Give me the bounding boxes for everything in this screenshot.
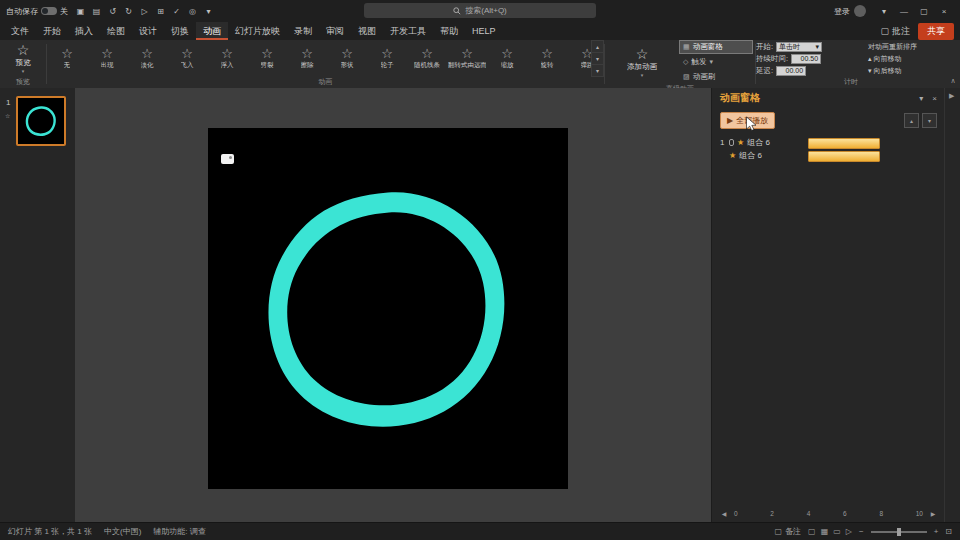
timeline-left-icon[interactable]: ◀ (718, 510, 730, 517)
animation-effect[interactable]: ☆ 飞入 (167, 47, 207, 70)
reading-view-icon[interactable]: ▭ (833, 527, 841, 536)
animation-effect[interactable]: ☆ 擦除 (287, 47, 327, 70)
gallery-scroll-up-icon[interactable]: ▴ (591, 40, 604, 52)
comments-button[interactable]: ▢ 批注 (880, 25, 910, 38)
language-status[interactable]: 中文(中国) (104, 526, 141, 537)
delay-input[interactable]: 00.00 (776, 66, 806, 76)
collapse-ribbon-icon[interactable]: ∧ (950, 77, 955, 85)
zoom-slider-thumb[interactable] (897, 528, 901, 536)
save-icon[interactable]: ▣ (74, 4, 87, 18)
ribbon-tab[interactable]: 设计 (132, 22, 164, 40)
animation-painter-button[interactable]: ▨ 动画刷 (679, 70, 753, 84)
animation-effect[interactable]: ☆ 翻转式由远而近 (447, 47, 487, 70)
animation-effect[interactable]: ☆ 轮子 (367, 47, 407, 70)
animation-effect[interactable]: ☆ 旋转 (527, 47, 567, 70)
account-button[interactable]: 登录 (834, 5, 866, 17)
minimize-icon[interactable]: — (894, 0, 914, 22)
animation-effect[interactable]: ☆ 淡化 (127, 47, 167, 70)
ribbon-tab[interactable]: 开始 (36, 22, 68, 40)
animation-timing-bar[interactable] (808, 138, 880, 149)
teal-ring-shape[interactable] (208, 128, 568, 489)
ribbon-tab[interactable]: HELP (465, 22, 503, 40)
animation-effect[interactable]: ☆ 浮入 (207, 47, 247, 70)
ribbon-tab[interactable]: 录制 (287, 22, 319, 40)
zoom-out-button[interactable]: − (859, 527, 864, 536)
ribbon-tab[interactable]: 开发工具 (383, 22, 433, 40)
animation-effect[interactable]: ☆ 出现 (87, 47, 127, 70)
animation-pane-item[interactable]: 1 ★ 组合 6 (712, 136, 945, 149)
ribbon-tab[interactable]: 切换 (164, 22, 196, 40)
ribbon-tab[interactable]: 插入 (68, 22, 100, 40)
slide-picture-icon[interactable] (221, 154, 234, 164)
duration-value: 00.50 (801, 55, 819, 62)
customize-qat-icon[interactable]: ▾ (202, 4, 215, 18)
maximize-icon[interactable]: ▢ (914, 0, 934, 22)
touch-mode-icon[interactable]: ◎ (186, 4, 199, 18)
add-animation-button[interactable]: ☆ 添加动画 ▾ (605, 40, 679, 84)
ribbon-tab[interactable]: 绘图 (100, 22, 132, 40)
reorder-down-button[interactable]: ▾ (922, 113, 937, 128)
ribbon-tab[interactable]: 文件 (4, 22, 36, 40)
reorder-up-button[interactable]: ▴ (904, 113, 919, 128)
account-label: 登录 (834, 6, 850, 17)
autosave-toggle[interactable]: 自动保存 关 (6, 6, 68, 17)
animation-pane-item[interactable]: ★ 组合 6 (712, 149, 945, 162)
animation-effect[interactable]: ☆ 随机线条 (407, 47, 447, 70)
zoom-in-button[interactable]: + (934, 527, 939, 536)
zoom-slider[interactable] (871, 531, 927, 533)
timeline: ◀ 0246810 ▶ (718, 507, 939, 519)
pane-options-icon[interactable]: ▾ (919, 94, 923, 103)
notes-button[interactable]: ▢ 备注 (775, 526, 802, 537)
animation-effect[interactable]: ☆ 劈裂 (247, 47, 287, 70)
mouse-click-icon (729, 139, 734, 146)
effect-label: 浮入 (221, 61, 234, 70)
preview-button[interactable]: ☆ 预览 ▾ (0, 40, 46, 77)
normal-view-icon[interactable]: ▢ (808, 527, 816, 536)
ribbon-display-options-icon[interactable]: ▾ (874, 0, 894, 22)
trigger-button[interactable]: ◇ 触发 ▾ (679, 55, 753, 69)
search-box[interactable]: 搜索(Alt+Q) (364, 3, 596, 18)
slide[interactable] (208, 128, 568, 489)
timeline-tick: 8 (879, 510, 883, 517)
dropdown-icon: ▾ (709, 58, 713, 66)
animation-effect[interactable]: ☆ 形状 (327, 47, 367, 70)
duration-input[interactable]: 00.50 (791, 54, 821, 64)
ribbon-tab[interactable]: 动画 (196, 22, 228, 40)
share-button[interactable]: 共享 (918, 23, 954, 40)
start-slideshow-icon[interactable]: ▷ (138, 4, 151, 18)
delay-label: 延迟: (756, 66, 773, 76)
slideshow-view-icon[interactable]: ▷ (846, 527, 852, 536)
redo-icon[interactable]: ↻ (122, 4, 135, 18)
close-icon[interactable]: × (934, 0, 954, 22)
accessibility-status[interactable]: 辅助功能: 调查 (153, 526, 205, 537)
print-icon[interactable]: ▤ (90, 4, 103, 18)
animation-effect[interactable]: ☆ 缩放 (487, 47, 527, 70)
ribbon-tab[interactable]: 帮助 (433, 22, 465, 40)
fit-to-window-icon[interactable]: ⊡ (945, 527, 952, 536)
timing-group: 开始: 单击时 ▾ 持续时间: 00.50 延迟: (756, 40, 946, 88)
new-slide-icon[interactable]: ⊞ (154, 4, 167, 18)
slide-thumbnail[interactable] (16, 96, 66, 146)
gallery-scroll-down-icon[interactable]: ▾ (591, 52, 604, 64)
pane-close-icon[interactable]: × (932, 94, 937, 103)
move-later-button[interactable]: ▾ 向后移动 (868, 66, 946, 76)
slide-sorter-icon[interactable]: ▦ (821, 527, 829, 536)
notes-icon: ▢ (775, 527, 783, 536)
undo-icon[interactable]: ↺ (106, 4, 119, 18)
animation-timing-bar[interactable] (808, 151, 880, 162)
animation-effect[interactable]: ☆ 无 (47, 47, 87, 70)
ribbon-tab[interactable]: 审阅 (319, 22, 351, 40)
ribbon-tab[interactable]: 视图 (351, 22, 383, 40)
pane-expand-icon[interactable]: ▶ (949, 92, 954, 100)
editing-canvas[interactable] (75, 88, 712, 522)
autosave-toggle-switch[interactable] (41, 7, 57, 15)
gallery-more-icon[interactable]: ▾ (591, 64, 604, 77)
animation-pane-button[interactable]: ▦ 动画窗格 (679, 40, 753, 54)
start-dropdown[interactable]: 单击时 ▾ (776, 42, 822, 52)
timeline-right-icon[interactable]: ▶ (927, 510, 939, 517)
ribbon-tab-label: 文件 (11, 25, 29, 38)
move-earlier-button[interactable]: ▴ 向前移动 (868, 54, 946, 64)
ribbon-tab[interactable]: 幻灯片放映 (228, 22, 287, 40)
animation-effect[interactable]: ☆ 弹跳 (567, 47, 591, 70)
spelling-icon[interactable]: ✓ (170, 4, 183, 18)
